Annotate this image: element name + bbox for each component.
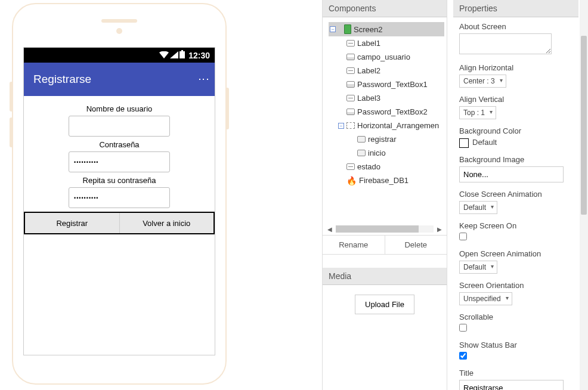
phone-frame: 12:30 Registrarse ⋮ Nombre de usuario Co… — [12, 3, 227, 385]
tree-label: Password_TextBox1 — [357, 80, 428, 89]
select-value: Unspecified — [463, 295, 501, 303]
tree-item-estado[interactable]: estado — [329, 160, 444, 174]
prop-label: Title — [459, 369, 572, 377]
scroll-thumb[interactable] — [581, 36, 587, 215]
tree-item-firebase[interactable]: 🔥 Firebase_DB1 — [329, 174, 444, 187]
horizontal-arrangement-icon — [346, 122, 355, 129]
components-panel: Components − Screen2 Label1 campo_usuari… — [322, 0, 447, 390]
tree-label: estado — [357, 162, 380, 171]
tree-label: registrar — [368, 135, 397, 144]
textbox-icon — [346, 54, 355, 60]
label-password-repeat: Repita su contraseña — [24, 176, 215, 185]
delete-button[interactable]: Delete — [385, 236, 447, 254]
media-header: Media — [323, 268, 447, 285]
prop-orientation: Screen Orientation Unspecified — [459, 281, 572, 305]
close-animation-select[interactable]: Default — [459, 201, 497, 214]
scroll-thumb[interactable] — [336, 225, 419, 233]
registrar-button[interactable]: Registrar — [25, 213, 120, 233]
rename-button[interactable]: Rename — [323, 236, 385, 254]
select-value: Top : 1 — [463, 109, 485, 117]
phone-speaker — [101, 19, 137, 23]
tree-item-label2[interactable]: Label2 — [329, 64, 444, 78]
scroll-track[interactable] — [336, 225, 434, 233]
scrollable-checkbox[interactable] — [459, 324, 467, 332]
component-tree: − Screen2 Label1 campo_usuario Label2 Pa… — [323, 17, 447, 187]
tree-item-password1[interactable]: Password_TextBox1 — [329, 78, 444, 91]
collapse-icon[interactable]: − — [330, 26, 336, 32]
tree-item-screen2[interactable]: − Screen2 — [329, 22, 444, 36]
properties-panel: Properties About Screen Align Horizontal… — [453, 0, 578, 390]
tree-item-label1[interactable]: Label1 — [329, 36, 444, 50]
label-password: Contraseña — [24, 140, 215, 149]
tree-horizontal-scrollbar[interactable]: ◀ ▶ — [323, 223, 447, 235]
page-vertical-scrollbar[interactable] — [580, 0, 588, 390]
volver-inicio-button[interactable]: Volver a inicio — [120, 213, 214, 233]
collapse-icon[interactable]: − — [338, 123, 344, 129]
open-animation-select[interactable]: Default — [459, 261, 497, 274]
about-screen-input[interactable] — [459, 33, 552, 54]
select-value: Default — [463, 203, 486, 212]
prop-background-image: Background Image — [459, 155, 572, 182]
prop-label: Open Screen Animation — [459, 249, 572, 258]
tree-item-harr[interactable]: − Horizontal_Arrangemen — [329, 119, 444, 132]
background-color-picker[interactable]: Default — [459, 138, 572, 148]
prop-label: Keep Screen On — [459, 221, 572, 230]
tree-label: inicio — [368, 148, 386, 157]
textbox-icon — [346, 81, 355, 88]
properties-header: Properties — [453, 0, 578, 17]
svg-rect-0 — [180, 51, 185, 58]
tree-action-buttons: Rename Delete — [323, 235, 447, 255]
prop-about-screen: About Screen — [459, 22, 572, 56]
prop-keep-screen-on: Keep Screen On — [459, 221, 572, 242]
show-status-checkbox[interactable] — [459, 352, 467, 360]
phone-side-button — [10, 117, 13, 147]
tree-item-label3[interactable]: Label3 — [329, 91, 444, 105]
media-section: Media Upload File — [323, 268, 447, 314]
align-horizontal-select[interactable]: Center : 3 — [459, 75, 506, 88]
prop-label: Align Vertical — [459, 95, 572, 104]
title-input[interactable] — [459, 380, 564, 390]
password-repeat-input[interactable] — [69, 187, 170, 208]
prop-label: Background Color — [459, 126, 572, 135]
app-bar: Registrarse ⋮ — [24, 63, 215, 96]
prop-scrollable: Scrollable — [459, 312, 572, 333]
prop-title: Title — [459, 369, 572, 390]
prop-label: Screen Orientation — [459, 281, 572, 290]
prop-background-color: Background Color Default — [459, 126, 572, 148]
properties-body: About Screen Align Horizontal Center : 3… — [453, 17, 578, 390]
phone-mockup: 12:30 Registrarse ⋮ Nombre de usuario Co… — [12, 3, 227, 385]
orientation-select[interactable]: Unspecified — [459, 292, 512, 305]
scroll-left-icon[interactable]: ◀ — [327, 226, 332, 233]
firebase-icon: 🔥 — [346, 177, 357, 185]
tree-item-inicio[interactable]: inicio — [329, 146, 444, 160]
keep-screen-checkbox[interactable] — [459, 233, 467, 240]
tree-label: Horizontal_Arrangemen — [357, 121, 439, 130]
upload-file-button[interactable]: Upload File — [355, 295, 414, 314]
prop-label: Close Screen Animation — [459, 190, 572, 199]
prop-label: About Screen — [459, 22, 572, 31]
tree-item-campo-usuario[interactable]: campo_usuario — [329, 50, 444, 64]
tree-label: campo_usuario — [357, 52, 410, 61]
align-vertical-select[interactable]: Top : 1 — [459, 106, 496, 119]
username-input[interactable] — [69, 116, 170, 137]
background-image-input[interactable] — [459, 166, 564, 182]
label-icon — [346, 163, 355, 170]
wifi-icon — [159, 51, 169, 60]
battery-icon — [180, 50, 185, 60]
color-swatch-icon — [459, 138, 469, 148]
tree-item-password2[interactable]: Password_TextBox2 — [329, 105, 444, 119]
tree-item-registrar[interactable]: registrar — [329, 132, 444, 146]
phone-screen: 12:30 Registrarse ⋮ Nombre de usuario Co… — [23, 47, 215, 355]
tree-label: Label1 — [357, 39, 380, 48]
label-username: Nombre de usuario — [24, 104, 215, 113]
password-input[interactable] — [69, 151, 170, 172]
status-time: 12:30 — [188, 51, 210, 60]
signal-icon — [170, 51, 178, 60]
select-value: Center : 3 — [463, 77, 495, 85]
status-bar: 12:30 — [24, 48, 215, 63]
components-header: Components — [323, 0, 447, 17]
overflow-menu-icon[interactable]: ⋮ — [203, 74, 205, 85]
prop-align-horizontal: Align Horizontal Center : 3 — [459, 63, 572, 88]
scroll-right-icon[interactable]: ▶ — [437, 226, 442, 233]
app-content: Nombre de usuario Contraseña Repita su c… — [24, 96, 215, 239]
